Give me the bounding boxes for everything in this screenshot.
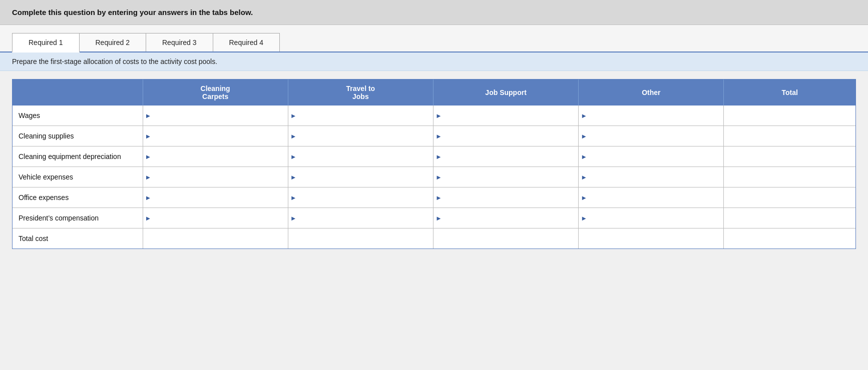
total-total-input[interactable] [724,228,855,248]
arrow-icon: ► [288,112,297,120]
total-cleaning-carpets-input[interactable] [143,228,288,248]
arrow-icon: ► [579,153,587,160]
arrow-icon: ► [433,174,442,181]
president-cleaning-carpets-input[interactable] [152,208,287,228]
cleaning-supplies-job-support: ► [433,126,578,146]
wages-job-support: ► [433,106,578,126]
president-other-input[interactable] [588,208,723,228]
table-header-row: CleaningCarpets Travel toJobs Job Suppor… [13,80,855,106]
equipment-dep-other-input[interactable] [588,146,723,166]
equipment-dep-job-support: ► [433,146,578,167]
office-other: ► [579,188,724,208]
table-row: Office expenses ► ► [13,188,855,208]
vehicle-travel-to-jobs-input[interactable] [298,167,433,187]
tab-required-3[interactable]: Required 3 [146,33,213,52]
office-travel-to-jobs-input[interactable] [298,188,433,208]
president-other: ► [579,208,724,228]
page-wrapper: Complete this question by entering your … [0,0,868,249]
tab-required-2[interactable]: Required 2 [79,33,147,52]
equipment-dep-job-support-input[interactable] [443,146,578,166]
table-row: Wages ► ► [13,106,855,126]
total-job-support-input[interactable] [433,228,578,248]
office-total-input[interactable] [724,188,855,208]
president-job-support: ► [433,208,578,228]
table-row-total: Total cost [13,228,855,249]
arrow-icon: ► [143,112,152,120]
equipment-dep-cleaning-carpets: ► [143,146,288,167]
cleaning-supplies-total [724,126,855,146]
office-total [724,188,855,208]
arrow-icon: ► [143,194,152,202]
arrow-icon: ► [579,132,587,140]
cleaning-supplies-total-input[interactable] [724,126,855,146]
president-cleaning-carpets: ► [143,208,288,228]
office-cleaning-carpets-input[interactable] [152,188,287,208]
row-label-vehicle-expenses: Vehicle expenses [13,167,143,188]
wages-travel-to-jobs-input[interactable] [298,106,433,126]
vehicle-total-input[interactable] [724,167,855,187]
row-label-equipment-depreciation: Cleaning equipment depreciation [13,146,143,167]
arrow-icon: ► [288,174,297,181]
col-header-other: Other [579,80,724,106]
cleaning-supplies-cleaning-carpets: ► [143,126,288,146]
arrow-icon: ► [579,194,587,202]
office-cleaning-carpets: ► [143,188,288,208]
row-label-office-expenses: Office expenses [13,188,143,208]
tab-required-1[interactable]: Required 1 [12,33,80,52]
arrow-icon: ► [579,174,587,181]
row-label-cleaning-supplies: Cleaning supplies [13,126,143,146]
arrow-icon: ► [288,214,297,222]
total-other [579,228,724,249]
cleaning-supplies-cleaning-carpets-input[interactable] [152,126,287,146]
equipment-dep-total-input[interactable] [724,146,855,166]
arrow-icon: ► [433,132,442,140]
president-travel-to-jobs-input[interactable] [298,208,433,228]
office-travel-to-jobs: ► [288,188,433,208]
vehicle-cleaning-carpets: ► [143,167,288,188]
col-header-job-support: Job Support [433,80,578,106]
vehicle-total [724,167,855,188]
arrow-icon: ► [143,153,152,160]
cleaning-supplies-job-support-input[interactable] [443,126,578,146]
cleaning-supplies-travel-to-jobs-input[interactable] [298,126,433,146]
wages-total-input[interactable] [724,106,855,126]
office-job-support-input[interactable] [443,188,578,208]
col-header-travel-to-jobs: Travel toJobs [288,80,433,106]
table-row: Cleaning supplies ► ► [13,126,855,146]
description-bar: Prepare the first-stage allocation of co… [0,52,868,71]
wages-other-input[interactable] [588,106,723,126]
cleaning-supplies-other-input[interactable] [588,126,723,146]
vehicle-job-support-input[interactable] [443,167,578,187]
wages-travel-to-jobs: ► [288,106,433,126]
wages-other: ► [579,106,724,126]
tabs-section: Required 1 Required 2 Required 3 Require… [0,25,868,52]
president-travel-to-jobs: ► [288,208,433,228]
equipment-dep-cleaning-carpets-input[interactable] [152,146,287,166]
equipment-dep-travel-to-jobs: ► [288,146,433,167]
wages-cleaning-carpets-input[interactable] [152,106,287,126]
instruction-text: Complete this question by entering your … [12,8,856,16]
total-other-input[interactable] [579,228,723,248]
president-total-input[interactable] [724,208,855,228]
col-header-cleaning-carpets: CleaningCarpets [143,80,288,106]
total-travel-to-jobs [288,228,433,249]
vehicle-cleaning-carpets-input[interactable] [152,167,287,187]
tabs-container: Required 1 Required 2 Required 3 Require… [12,33,856,52]
col-header-total: Total [724,80,855,106]
table-row: President’s compensation ► ► [13,208,855,228]
tab-required-4[interactable]: Required 4 [213,33,280,52]
arrow-icon: ► [579,214,587,222]
row-label-wages: Wages [13,106,143,126]
arrow-icon: ► [143,174,152,181]
total-job-support [433,228,578,249]
equipment-dep-travel-to-jobs-input[interactable] [298,146,433,166]
wages-job-support-input[interactable] [443,106,578,126]
vehicle-other-input[interactable] [588,167,723,187]
wages-total [724,106,855,126]
vehicle-job-support: ► [433,167,578,188]
president-job-support-input[interactable] [443,208,578,228]
office-other-input[interactable] [588,188,723,208]
total-cleaning-carpets [143,228,288,249]
total-travel-to-jobs-input[interactable] [288,228,433,248]
cleaning-supplies-other: ► [579,126,724,146]
